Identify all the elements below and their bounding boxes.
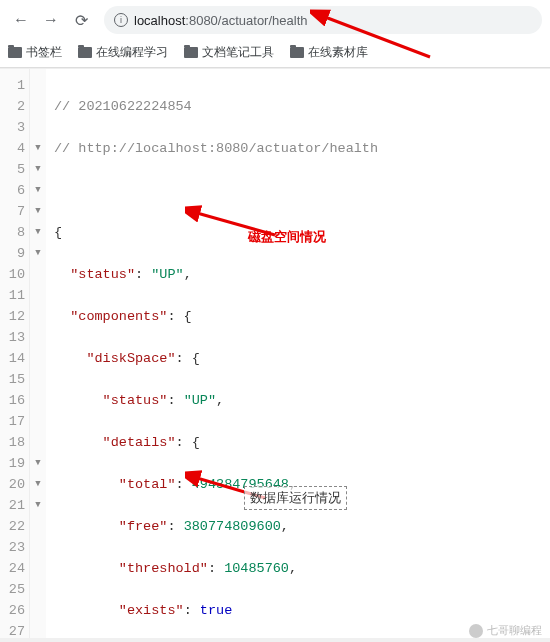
- bookmark-item[interactable]: 在线素材库: [290, 44, 368, 61]
- folder-icon: [184, 47, 198, 58]
- reload-button[interactable]: ⟳: [68, 7, 94, 33]
- fold-toggle[interactable]: ▼: [30, 495, 46, 516]
- fold-gutter: ▼▼▼▼▼▼▼▼▼: [30, 69, 46, 638]
- folder-icon: [8, 47, 22, 58]
- folder-icon: [290, 47, 304, 58]
- browser-toolbar: ← → ⟳ i localhost:8080/actuator/health: [0, 0, 550, 40]
- fold-toggle[interactable]: ▼: [30, 138, 46, 159]
- bookmark-item[interactable]: 书签栏: [8, 44, 62, 61]
- back-button[interactable]: ←: [8, 7, 34, 33]
- fold-toggle[interactable]: ▼: [30, 243, 46, 264]
- line-number-gutter: 1234567891011121314151617181920212223242…: [0, 69, 30, 638]
- watermark: 七哥聊编程: [469, 623, 542, 638]
- address-bar[interactable]: i localhost:8080/actuator/health: [104, 6, 542, 34]
- fold-toggle[interactable]: ▼: [30, 201, 46, 222]
- browser-chrome: ← → ⟳ i localhost:8080/actuator/health 书…: [0, 0, 550, 68]
- url-path: /actuator/health: [218, 13, 308, 28]
- url-port: :8080: [185, 13, 218, 28]
- site-info-icon[interactable]: i: [114, 13, 128, 27]
- url-host: localhost: [134, 13, 185, 28]
- fold-toggle[interactable]: ▼: [30, 222, 46, 243]
- bookmark-item[interactable]: 在线编程学习: [78, 44, 168, 61]
- code-comment: // 20210622224854: [54, 99, 192, 114]
- json-viewer: 1234567891011121314151617181920212223242…: [0, 68, 550, 638]
- folder-icon: [78, 47, 92, 58]
- watermark-icon: [469, 624, 483, 638]
- bookmark-item[interactable]: 文档笔记工具: [184, 44, 274, 61]
- fold-toggle[interactable]: ▼: [30, 453, 46, 474]
- source-code: // 20210622224854 // http://localhost:80…: [46, 69, 427, 638]
- fold-toggle[interactable]: ▼: [30, 180, 46, 201]
- fold-toggle[interactable]: ▼: [30, 159, 46, 180]
- fold-toggle[interactable]: ▼: [30, 474, 46, 495]
- forward-button[interactable]: →: [38, 7, 64, 33]
- bookmarks-bar: 书签栏 在线编程学习 文档笔记工具 在线素材库: [0, 40, 550, 67]
- code-comment: // http://localhost:8080/actuator/health: [54, 141, 378, 156]
